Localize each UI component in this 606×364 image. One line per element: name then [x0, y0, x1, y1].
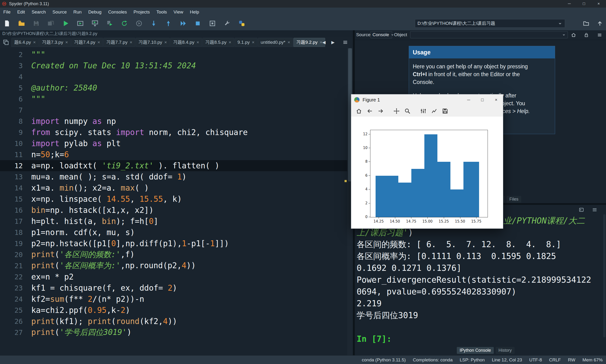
editor-tab[interactable]: 习题7.10.py×	[136, 38, 170, 47]
window-maximize-button[interactable]: □	[577, 0, 591, 8]
menu-projects[interactable]: Projects	[130, 8, 153, 16]
code-editor[interactable]: 2"""3Created on Tue Dec 10 13:51:45 2024…	[0, 48, 347, 355]
code-line[interactable]: 18p1=norm. cdf(x, mu, s)	[0, 227, 347, 238]
debug-stop-button[interactable]	[193, 18, 203, 28]
tab-close-icon[interactable]: ×	[229, 40, 231, 45]
debug-continue-button[interactable]	[178, 18, 188, 28]
menu-search[interactable]: Search	[28, 8, 49, 16]
parent-directory-button[interactable]	[595, 18, 605, 28]
console-tab[interactable]: History	[496, 347, 515, 354]
code-line[interactable]: 19p2=np.hstack([p1[0],np.diff(p1),1-p1[-…	[0, 238, 347, 249]
code-line[interactable]: 14x1=a. min(); x2=a. max( )	[0, 182, 347, 194]
menu-view[interactable]: View	[170, 8, 187, 16]
code-line[interactable]: 20print('各区间的频数:',f)	[0, 249, 347, 260]
browse-directory-button[interactable]	[581, 18, 591, 28]
figure-window[interactable]: Figure 1 ─□× 14.2514.5014.7515.0015.2515…	[351, 94, 503, 229]
menu-consoles[interactable]: Consoles	[105, 8, 130, 16]
figure-save-button[interactable]	[441, 107, 450, 116]
figure-maximize-button[interactable]: □	[476, 94, 489, 105]
figure-pan-button[interactable]	[392, 107, 401, 116]
object-input[interactable]	[410, 31, 568, 38]
console-tab[interactable]: IPython Console	[457, 347, 494, 354]
run-selection-button[interactable]	[105, 18, 114, 28]
tab-close-icon[interactable]: ×	[252, 40, 254, 45]
code-line[interactable]: 9from scipy. stats import norm, chi2, ch…	[0, 127, 347, 138]
scroll-tabs-right-button[interactable]: ▶	[329, 38, 337, 47]
menu-file[interactable]: File	[0, 8, 14, 16]
chevron-down-icon[interactable]	[558, 21, 563, 26]
lock-button[interactable]	[583, 32, 590, 38]
code-line[interactable]: 15x=np. linspace( 14.55, 15.55, k)	[0, 194, 347, 205]
tab-close-icon[interactable]: ×	[33, 40, 36, 45]
code-line[interactable]: 13mu=a. mean( ); s=a. std( ddof= 1)	[0, 171, 347, 182]
editor-tab[interactable]: untitled0.py*×	[258, 38, 293, 47]
window-minimize-button[interactable]: ─	[562, 0, 577, 8]
help-options-button[interactable]	[596, 32, 603, 38]
code-line[interactable]: 12a=np. loadtxt( 'ti9_2.txt' ). flatten(…	[0, 160, 347, 171]
browse-tabs-button[interactable]	[1, 38, 10, 47]
open-file-button[interactable]	[17, 18, 26, 28]
tab-close-icon[interactable]: ×	[130, 40, 132, 45]
editor-tab[interactable]: 习题7.7.py×	[103, 38, 135, 47]
code-line[interactable]: 5@author: 25840	[0, 82, 347, 93]
figure-customize-button[interactable]	[430, 107, 439, 116]
code-line[interactable]: 27print('学号后四位3019')	[0, 327, 347, 338]
tab-close-icon[interactable]: ×	[288, 40, 290, 45]
console-options-button[interactable]	[591, 206, 599, 213]
tab-close-icon[interactable]: ×	[65, 40, 68, 45]
code-line[interactable]: 11n=50;k=6	[0, 149, 347, 160]
code-line[interactable]: 17h=plt. hist(a, bin); f=h[0]	[0, 216, 347, 227]
console-scrollbar[interactable]	[603, 214, 606, 337]
editor-tab[interactable]: 题6.4.py×	[11, 38, 39, 47]
pane-tab[interactable]: Files	[507, 196, 521, 203]
pythonpath-manager-button[interactable]	[237, 18, 247, 28]
code-line[interactable]: 24kf2=sum(f** 2/(n* p2))-n	[0, 294, 347, 305]
save-all-button[interactable]	[46, 18, 56, 28]
code-line[interactable]: 26print(kf1); print(round(kf2,4))	[0, 316, 347, 327]
menu-help[interactable]: Help	[187, 8, 203, 16]
editor-tab[interactable]: 9.1.py×	[235, 38, 257, 47]
maximize-pane-button[interactable]	[207, 18, 217, 28]
figure-forward-button[interactable]	[376, 107, 385, 116]
preferences-button[interactable]	[222, 18, 232, 28]
editor-tab[interactable]: 习题7.3.py×	[39, 38, 71, 47]
code-line[interactable]: 6"""	[0, 93, 347, 104]
debug-file-button[interactable]	[134, 18, 144, 28]
code-line[interactable]: 23kf1 = chisquare(f, ex, ddof= 2)	[0, 282, 347, 294]
code-line[interactable]: 3Created on Tue Dec 10 13:51:45 2024	[0, 60, 347, 71]
rerun-cell-button[interactable]	[119, 18, 129, 28]
scroll-tabs-left-button[interactable]: ◀	[320, 38, 328, 47]
code-line[interactable]: 7	[0, 104, 347, 116]
new-file-button[interactable]	[2, 18, 12, 28]
menu-run[interactable]: Run	[70, 8, 85, 16]
menu-edit[interactable]: Edit	[14, 8, 28, 16]
figure-subplots-button[interactable]	[419, 107, 428, 116]
code-line[interactable]: 22ex=n * p2	[0, 271, 347, 282]
help-source-select[interactable]: Console	[370, 31, 392, 38]
interrupt-kernel-button[interactable]	[577, 206, 585, 213]
run-file-button[interactable]	[61, 18, 70, 28]
home-button[interactable]	[570, 32, 577, 38]
code-line[interactable]: 10import pylab as plt	[0, 138, 347, 149]
debug-step-over-button[interactable]	[149, 18, 158, 28]
tab-close-icon[interactable]: ×	[196, 40, 199, 45]
editor-tab[interactable]: 习题8.5.py×	[203, 38, 234, 47]
tabbar-options-button[interactable]	[341, 38, 350, 47]
code-line[interactable]: 2"""	[0, 49, 347, 60]
code-line[interactable]: 4	[0, 71, 347, 82]
run-cell-button[interactable]	[75, 18, 85, 28]
figure-close-button[interactable]: ×	[489, 94, 503, 105]
figure-home-button[interactable]	[355, 107, 363, 116]
code-line[interactable]: 25ka=chi2.ppf(0.95,k-2)	[0, 305, 347, 316]
code-line[interactable]: 21print('各区间概率为:',np.round(p2,4))	[0, 260, 347, 271]
code-line[interactable]: 16bin=np. hstack([x1,x, x2])	[0, 205, 347, 216]
code-line[interactable]: 8import numpy as np	[0, 116, 347, 127]
figure-back-button[interactable]	[365, 107, 374, 116]
working-directory-input[interactable]: D:\作业\PYTHON课程\大二上\课后习题	[415, 19, 565, 28]
figure-minimize-button[interactable]: ─	[462, 94, 476, 105]
debug-step-return-button[interactable]	[163, 18, 173, 28]
save-file-button[interactable]	[31, 18, 41, 28]
menu-source[interactable]: Source	[49, 8, 70, 16]
tab-close-icon[interactable]: ×	[97, 40, 100, 45]
menu-tools[interactable]: Tools	[153, 8, 170, 16]
